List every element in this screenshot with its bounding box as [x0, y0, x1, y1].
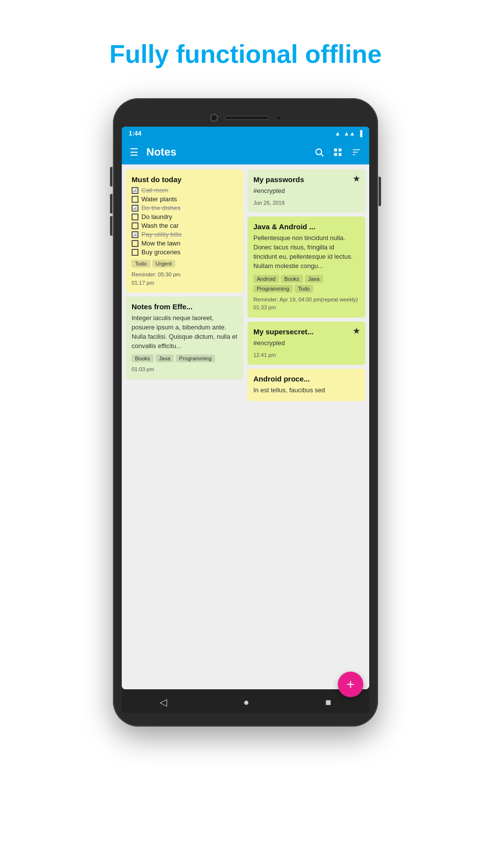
- checklist-item-call-mom: ✓ Call mom: [132, 187, 238, 194]
- search-button[interactable]: [314, 147, 324, 157]
- svg-rect-3: [339, 149, 342, 152]
- checkbox-utility[interactable]: ✓: [132, 231, 138, 238]
- page-headline: Fully functional offline: [109, 39, 382, 69]
- note-title-effe: Notes from Effe...: [132, 302, 238, 311]
- tag-todo: Todo: [132, 260, 150, 268]
- note-card-android[interactable]: Android proce... In est tellus, faucibus…: [247, 369, 365, 401]
- note-card-effe[interactable]: Notes from Effe... Integer iaculis neque…: [126, 297, 244, 380]
- menu-button[interactable]: ☰: [130, 146, 138, 158]
- note-card-supersecret[interactable]: ★ My supersecret... #encrypted 12:41 pm: [247, 322, 365, 365]
- checklist-item-water-plants: Water plants: [132, 195, 238, 203]
- star-icon-supersecret: ★: [353, 326, 360, 336]
- note-card-java[interactable]: Java & Android ... Pellentesque non tinc…: [247, 217, 365, 317]
- tag-books-java: Books: [281, 275, 303, 283]
- note-card-must-do[interactable]: Must do today ✓ Call mom Water plants ✓ …: [126, 169, 244, 293]
- checkbox-dishes[interactable]: ✓: [132, 205, 138, 212]
- note-tags-effe: Books Java Programming: [132, 354, 238, 362]
- note-meta-effe: 01:03 pm: [132, 365, 238, 374]
- star-icon-passwords: ★: [353, 173, 360, 184]
- front-sensor: [276, 115, 281, 120]
- svg-rect-2: [334, 149, 337, 152]
- checkbox-water-plants[interactable]: [132, 196, 138, 203]
- svg-line-1: [321, 154, 324, 157]
- nav-recent-button[interactable]: ■: [315, 695, 341, 710]
- tag-todo-java: Todo: [295, 285, 313, 293]
- checkbox-call-mom[interactable]: ✓: [132, 187, 138, 194]
- checkbox-mow[interactable]: [132, 240, 138, 247]
- tag-programming-effe: Programming: [176, 354, 215, 362]
- status-time: 1:44: [129, 130, 141, 137]
- tag-urgent: Urgent: [152, 260, 175, 268]
- speaker: [225, 116, 269, 120]
- camera: [210, 114, 218, 122]
- phone-top: [122, 108, 369, 127]
- app-title: Notes: [146, 146, 306, 159]
- svg-rect-5: [339, 153, 342, 156]
- grid-view-button[interactable]: [333, 147, 343, 157]
- tag-java-java: Java: [305, 275, 323, 283]
- checklist-item-groceries: Buy groceries: [132, 248, 238, 256]
- note-body-android: In est tellus, faucibus sed: [253, 386, 359, 395]
- note-body-supersecret: #encrypted: [253, 339, 359, 348]
- svg-rect-4: [334, 153, 337, 156]
- note-meta-must-do: Reminder: 05:30 pm 01:17 pm: [132, 271, 238, 287]
- tag-java-effe: Java: [156, 354, 174, 362]
- battery-icon: ▐: [358, 130, 362, 137]
- note-body-passwords: #encrypted: [253, 187, 359, 196]
- checkbox-wash-car[interactable]: [132, 222, 138, 229]
- phone-screen: 1:44 ▲ ▲▲ ▐ ☰ Notes: [122, 127, 369, 689]
- note-meta-java: Reminder: Apr 19, 04:00 pm(repeat weekly…: [253, 296, 359, 312]
- checkbox-laundry[interactable]: [132, 214, 138, 220]
- notes-grid: Must do today ✓ Call mom Water plants ✓ …: [122, 164, 369, 689]
- note-title-android: Android proce...: [253, 375, 359, 383]
- note-meta-supersecret: 12:41 pm: [253, 351, 359, 359]
- note-title-supersecret: My supersecret...: [253, 327, 359, 336]
- tag-books-effe: Books: [132, 354, 154, 362]
- note-body-java: Pellentesque non tincidunt nulla. Donec …: [253, 234, 359, 271]
- svg-point-0: [316, 149, 322, 155]
- sort-button[interactable]: [352, 147, 361, 157]
- note-title-java: Java & Android ...: [253, 222, 359, 231]
- checklist-item-dishes: ✓ Do the dishes: [132, 204, 238, 212]
- notes-right-column: ★ My passwords #encrypted Jun 26, 2018 J…: [247, 169, 365, 684]
- note-title-passwords: My passwords: [253, 175, 359, 184]
- nav-back-button[interactable]: ◁: [150, 694, 177, 710]
- checklist-item-utility: ✓ Pay utility bills: [132, 231, 238, 238]
- note-title-must-do: Must do today: [132, 175, 238, 184]
- tag-programming-java: Programming: [253, 285, 293, 293]
- checklist-item-mow: Mow the lawn: [132, 240, 238, 247]
- notes-left-column: Must do today ✓ Call mom Water plants ✓ …: [126, 169, 244, 684]
- note-card-passwords[interactable]: ★ My passwords #encrypted Jun 26, 2018: [247, 169, 365, 213]
- app-bar-icons: [314, 147, 361, 157]
- nav-home-button[interactable]: ●: [233, 695, 259, 710]
- tag-android: Android: [253, 275, 279, 283]
- status-icons: ▲ ▲▲ ▐: [335, 130, 362, 137]
- signal-icon: ▲▲: [344, 130, 355, 137]
- checkbox-groceries[interactable]: [132, 249, 138, 256]
- note-tags-must-do: Todo Urgent: [132, 260, 238, 268]
- note-body-effe: Integer iaculis neque laoreet, posuere i…: [132, 314, 238, 351]
- checklist-item-laundry: Do laundry: [132, 213, 238, 220]
- wifi-icon: ▲: [335, 130, 341, 137]
- status-bar: 1:44 ▲ ▲▲ ▐: [122, 127, 369, 140]
- phone-shell: 1:44 ▲ ▲▲ ▐ ☰ Notes: [113, 98, 378, 727]
- checklist-item-wash-car: Wash the car: [132, 222, 238, 229]
- phone-nav-bar: ◁ ● ■: [122, 689, 369, 713]
- note-meta-passwords: Jun 26, 2018: [253, 199, 359, 207]
- note-tags-java: Android Books Java Programming Todo: [253, 275, 359, 293]
- app-bar: ☰ Notes: [122, 140, 369, 164]
